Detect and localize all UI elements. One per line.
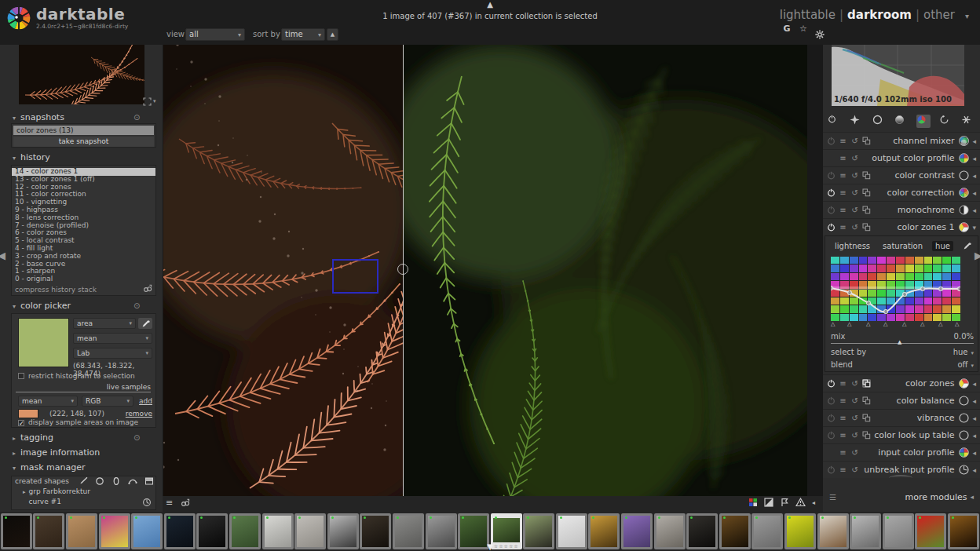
cz-grid-cell[interactable] xyxy=(896,273,905,280)
filmstrip-thumbnail[interactable] xyxy=(294,513,326,549)
correction-group-icon[interactable] xyxy=(939,115,953,128)
cz-grid-cell[interactable] xyxy=(942,314,951,321)
presets-icon[interactable] xyxy=(862,223,871,232)
cz-grid-cell[interactable] xyxy=(942,281,951,288)
reset-icon[interactable]: ↺ xyxy=(850,223,859,232)
cz-grid-cell[interactable] xyxy=(952,281,960,288)
cz-grid-cell[interactable] xyxy=(868,314,876,321)
cz-grid-cell[interactable] xyxy=(933,314,942,321)
filmstrip-thumbnail[interactable] xyxy=(948,513,979,549)
module-power-icon[interactable] xyxy=(827,206,836,214)
cz-boundary-marker[interactable]: △ xyxy=(920,321,924,327)
filmstrip-thumbnail[interactable] xyxy=(883,513,914,549)
cz-grid-cell[interactable] xyxy=(887,257,895,264)
cz-grid-cell[interactable] xyxy=(924,273,933,280)
filmstrip-thumbnail[interactable] xyxy=(99,513,130,549)
restrict-histogram-checkbox[interactable]: restrict histogram to selection xyxy=(18,372,135,380)
cz-grid-cell[interactable] xyxy=(933,290,942,297)
cz-grid-cell[interactable] xyxy=(887,314,895,321)
cz-grid-cell[interactable] xyxy=(924,281,933,288)
module-expand-arrow[interactable]: ◂ xyxy=(972,172,976,180)
cz-grid-cell[interactable] xyxy=(868,257,876,264)
cz-grid-cell[interactable] xyxy=(831,265,839,272)
cz-grid-cell[interactable] xyxy=(915,297,923,305)
color-zones-grid[interactable] xyxy=(831,257,960,321)
filmstrip-thumbnail[interactable] xyxy=(784,513,816,549)
cz-grid-cell[interactable] xyxy=(840,281,849,288)
sort-by-dropdown[interactable]: time▾ xyxy=(281,28,325,41)
presets-icon[interactable] xyxy=(862,379,871,388)
cz-grid-cell[interactable] xyxy=(896,305,905,312)
cz-grid-cell[interactable] xyxy=(850,273,858,280)
cz-grid-cell[interactable] xyxy=(942,290,951,297)
cz-grid-cell[interactable] xyxy=(850,257,858,264)
cz-tab-hue[interactable]: hue xyxy=(932,241,953,251)
module-color-contrast[interactable]: ≡↺color contrast◂ xyxy=(823,166,980,184)
reset-icon[interactable]: ↺ xyxy=(850,154,859,162)
cz-grid-cell[interactable] xyxy=(877,265,886,272)
cz-grid-cell[interactable] xyxy=(877,305,886,312)
cz-grid-cell[interactable] xyxy=(877,281,886,288)
guides-overlay-icon[interactable]: G xyxy=(781,29,792,40)
snapshots-header[interactable]: ▾snapshots xyxy=(13,112,64,122)
history-header[interactable]: ▾history xyxy=(13,152,50,162)
presets-icon[interactable] xyxy=(862,431,871,440)
color-sample-area-rect[interactable] xyxy=(332,259,378,294)
filmstrip-thumbnail[interactable] xyxy=(915,513,946,549)
cz-grid-cell[interactable] xyxy=(850,314,858,321)
mix-slider-track[interactable] xyxy=(831,343,974,344)
cz-grid-cell[interactable] xyxy=(915,281,923,288)
cz-grid-cell[interactable] xyxy=(850,297,858,305)
cz-grid-cell[interactable] xyxy=(868,290,876,297)
gamut-check-icon[interactable] xyxy=(748,498,758,507)
cz-grid-cell[interactable] xyxy=(952,314,960,321)
cz-grid-cell[interactable] xyxy=(840,314,849,321)
tone-group-icon[interactable] xyxy=(894,115,909,128)
picker-statistic-dropdown[interactable]: mean▾ xyxy=(73,333,152,344)
cz-grid-cell[interactable] xyxy=(831,273,839,280)
presets-icon[interactable] xyxy=(862,171,871,180)
filmstrip-thumbnail[interactable] xyxy=(686,513,718,549)
view-item-lighttable[interactable]: lighttable xyxy=(780,8,836,22)
cz-grid-cell[interactable] xyxy=(868,281,876,288)
cz-grid-cell[interactable] xyxy=(877,290,886,297)
cz-grid-cell[interactable] xyxy=(905,257,914,264)
cz-grid-cell[interactable] xyxy=(905,281,914,288)
multi-instance-icon[interactable]: ≡ xyxy=(839,188,847,197)
reset-icon[interactable]: ↺ xyxy=(850,206,859,214)
cz-grid-cell[interactable] xyxy=(942,257,951,264)
cz-grid-cell[interactable] xyxy=(868,265,876,272)
module-monochrome[interactable]: ≡↺monochrome◂ xyxy=(823,201,980,218)
cz-grid-cell[interactable] xyxy=(868,273,876,280)
basic-group-icon[interactable] xyxy=(872,115,887,128)
mask-manager-header[interactable]: ▾mask manager xyxy=(13,462,86,473)
cz-grid-cell[interactable] xyxy=(924,314,933,321)
picker-mode-dropdown[interactable]: area▾ xyxy=(73,318,136,329)
cz-grid-cell[interactable] xyxy=(905,265,914,272)
duplicates-icon[interactable] xyxy=(181,498,190,507)
cz-boundary-marker[interactable]: △ xyxy=(955,321,959,327)
collapse-filmstrip-icon[interactable]: ▼ xyxy=(481,542,499,551)
cz-grid-cell[interactable] xyxy=(896,290,905,297)
cz-grid-cell[interactable] xyxy=(887,290,895,297)
views-dropdown-caret[interactable]: ▾ xyxy=(965,12,969,20)
reset-icon[interactable]: ↺ xyxy=(850,465,859,474)
filmstrip-thumbnail[interactable] xyxy=(817,513,849,549)
snapshots-presets-icon[interactable]: ⊙ xyxy=(133,113,140,122)
cz-tab-lightness[interactable]: lightness xyxy=(832,241,873,251)
cz-grid-cell[interactable] xyxy=(831,305,839,312)
zoom-fit-control[interactable]: ▾ xyxy=(143,97,157,106)
cz-grid-cell[interactable] xyxy=(933,265,942,272)
raw-overexposure-icon[interactable] xyxy=(795,498,806,507)
module-output-color-profile[interactable]: ≡↺output color profile◂ xyxy=(823,149,980,166)
reset-icon[interactable]: ↺ xyxy=(850,448,859,457)
cz-grid-cell[interactable] xyxy=(952,265,960,272)
cz-grid-cell[interactable] xyxy=(915,305,923,312)
cz-grid-cell[interactable] xyxy=(877,297,886,305)
module-power-icon[interactable] xyxy=(827,414,836,422)
cz-grid-cell[interactable] xyxy=(850,281,858,288)
bottom-bar-arrow[interactable]: ◂ xyxy=(812,499,815,506)
image-viewport[interactable] xyxy=(163,45,823,496)
snapshot-split-handle[interactable] xyxy=(397,264,408,275)
cz-grid-cell[interactable] xyxy=(896,257,905,264)
